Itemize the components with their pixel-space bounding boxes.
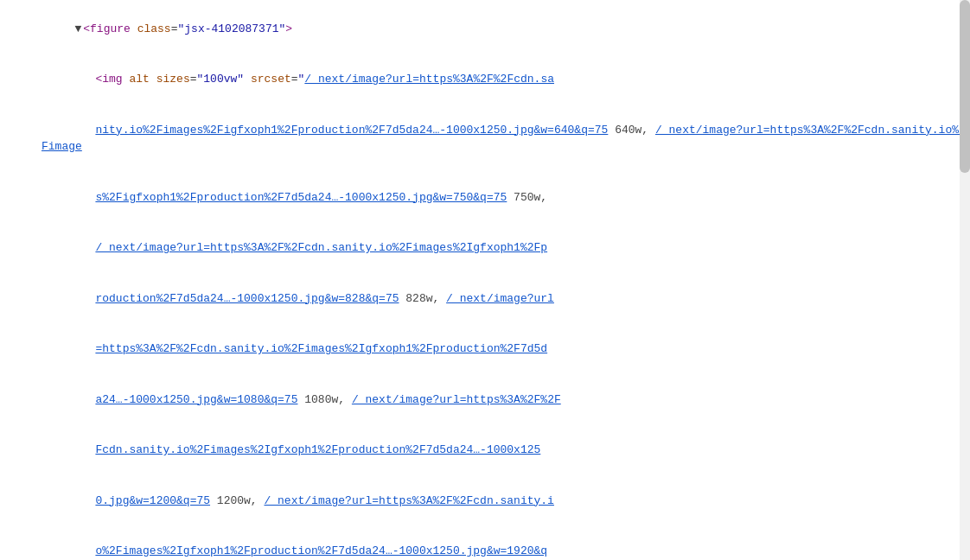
srcset-line-5: =https%3A%2F%2Fcdn.sanity.io%2Fimages%2I…	[0, 324, 970, 375]
srcset-line-6: a24…-1000x1250.jpg&w=1080&q=75 1080w, /_…	[0, 374, 970, 425]
srcset-line-8: 0.jpg&w=1200&q=75 1200w, /_next/image?ur…	[0, 475, 970, 526]
srcset-link-6[interactable]: /_next/image?url=https%3A%2F%2Fcdn.sanit…	[95, 241, 547, 254]
attr-class-value: "jsx-4102087371"	[177, 22, 285, 35]
srcset-link-10[interactable]: a24…-1000x1250.jpg&w=1080&q=75	[95, 393, 297, 406]
srcset-link-1[interactable]: /_next/image?url=https%3A%2F%2Fcdn.sa	[304, 73, 554, 86]
srcset-line-3: /_next/image?url=https%3A%2F%2Fcdn.sanit…	[0, 223, 970, 274]
scrollbar-thumb[interactable]	[960, 0, 970, 173]
srcset-link-12[interactable]: Fcdn.sanity.io%2Fimages%2Igfxoph1%2Fprod…	[95, 443, 540, 456]
srcset-link-15[interactable]: o%2Fimages%2Igfxoph1%2Fproduction%2F7d5d…	[95, 544, 547, 557]
attr-sizes-value: "100vw"	[197, 73, 245, 86]
figure-open-line: <figure class="jsx-4102087371">	[0, 3, 970, 54]
scrollbar-track[interactable]	[960, 0, 970, 560]
srcset-link-2[interactable]: nity.io%2Fimages%2Figfxoph1%2Fproduction…	[95, 124, 554, 137]
collapse-triangle[interactable]	[74, 21, 81, 38]
devtools-panel: <figure class="jsx-4102087371"> <img alt…	[0, 0, 970, 560]
html-inspector: <figure class="jsx-4102087371"> <img alt…	[0, 0, 970, 560]
srcset-link-8[interactable]: /_next/image?url	[446, 292, 554, 305]
srcset-link-13[interactable]: 0.jpg&w=1200&q=75	[95, 494, 210, 507]
srcset-line-9: o%2Fimages%2Igfxoph1%2Fproduction%2F7d5d…	[0, 526, 970, 561]
size-1200w: 1200w,	[210, 494, 264, 507]
srcset-link-9[interactable]: =https%3A%2F%2Fcdn.sanity.io%2Fimages%2I…	[95, 342, 547, 355]
tag-img: <img	[95, 73, 122, 86]
size-750w: 750w,	[507, 191, 554, 204]
attr-alt: alt	[129, 73, 149, 86]
srcset-link-3[interactable]: 640&q=75	[554, 124, 608, 137]
size-1080w: 1080w,	[297, 393, 351, 406]
srcset-line-2: s%2Figfxoph1%2Fproduction%2F7d5da24…-100…	[0, 172, 970, 223]
tag-figure-close-bracket: >	[285, 22, 292, 35]
size-828w: 828w,	[399, 292, 446, 305]
srcset-link-5[interactable]: s%2Figfxoph1%2Fproduction%2F7d5da24…-100…	[95, 191, 507, 204]
srcset-link-11[interactable]: /_next/image?url=https%3A%2F%2F	[352, 393, 561, 406]
attr-sizes: sizes	[156, 73, 190, 86]
attr-class-name: class	[137, 22, 171, 35]
srcset-link-7[interactable]: roduction%2F7d5da24…-1000x1250.jpg&w=828…	[95, 292, 399, 305]
srcset-line-4: roduction%2F7d5da24…-1000x1250.jpg&w=828…	[0, 273, 970, 324]
srcset-link-14[interactable]: /_next/image?url=https%3A%2F%2Fcdn.sanit…	[264, 494, 553, 507]
srcset-line-7: Fcdn.sanity.io%2Fimages%2Igfxoph1%2Fprod…	[0, 425, 970, 476]
size-640w: 640w,	[608, 124, 655, 137]
tag-figure-open: <figure	[83, 22, 131, 35]
attr-srcset: srcset	[251, 73, 291, 86]
img-tag-line: <img alt sizes="100vw" srcset="/_next/im…	[0, 54, 970, 105]
srcset-line-1: nity.io%2Fimages%2Figfxoph1%2Fproduction…	[0, 105, 970, 172]
